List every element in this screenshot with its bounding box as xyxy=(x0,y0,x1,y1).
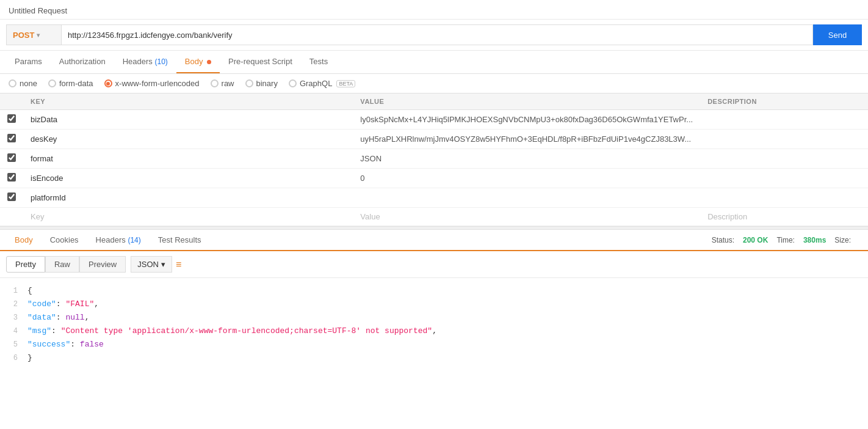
response-meta: Status: 200 OK Time: 380ms Size: xyxy=(712,236,868,244)
row-checkbox-cell[interactable] xyxy=(0,149,23,169)
method-label: POST xyxy=(13,31,34,40)
row-value[interactable]: JSON xyxy=(353,149,700,169)
line-content: "code": "FAIL", xyxy=(27,298,868,311)
tab-tests[interactable]: Tests xyxy=(301,51,336,73)
body-type-raw[interactable]: raw xyxy=(211,79,234,88)
line-number: 5 xyxy=(0,338,27,351)
radio-none xyxy=(9,79,16,87)
row-description[interactable] xyxy=(700,149,868,169)
line-number: 3 xyxy=(0,311,27,324)
url-input[interactable] xyxy=(61,24,813,45)
line-content: "data": null, xyxy=(27,311,868,324)
row-key[interactable]: format xyxy=(23,149,353,169)
body-type-none[interactable]: none xyxy=(9,79,37,88)
headers-badge: (10) xyxy=(154,57,167,66)
row-value[interactable] xyxy=(353,188,700,208)
code-line: 3 "data": null, xyxy=(0,311,868,324)
size-label: Size: xyxy=(834,236,851,244)
body-type-form-data[interactable]: form-data xyxy=(48,79,93,88)
response-code-area: 1{2 "code": "FAIL",3 "data": null,4 "msg… xyxy=(0,278,868,371)
title-bar: Untitled Request xyxy=(0,0,868,20)
col-value-header: VALUE xyxy=(353,94,700,110)
radio-form-data xyxy=(48,79,56,87)
row-checkbox-cell[interactable] xyxy=(0,169,23,188)
url-bar: POST ▾ Send xyxy=(0,20,868,51)
placeholder-key: Key xyxy=(23,208,353,226)
resp-tab-cookies[interactable]: Cookies xyxy=(42,230,87,251)
body-type-binary[interactable]: binary xyxy=(245,79,278,88)
resp-format-preview[interactable]: Preview xyxy=(79,256,126,273)
row-key[interactable]: desKey xyxy=(23,130,353,149)
table-row: desKey uyH5raPLXHRlnw/mjJmv4OSYZ8w5HYFhm… xyxy=(0,130,868,149)
line-content: } xyxy=(27,351,868,365)
status-value: 200 OK xyxy=(743,236,768,244)
time-label: Time: xyxy=(776,236,795,244)
body-type-graphql[interactable]: GraphQL BETA xyxy=(289,79,355,88)
row-description[interactable] xyxy=(700,188,868,208)
placeholder-value: Value xyxy=(353,208,700,226)
row-description[interactable] xyxy=(700,130,868,149)
format-select[interactable]: JSON ▾ xyxy=(131,256,172,273)
table-row: platformId xyxy=(0,188,868,208)
status-label: Status: xyxy=(712,236,734,244)
row-checkbox-cell[interactable] xyxy=(0,110,23,130)
row-key[interactable]: isEncode xyxy=(23,169,353,188)
code-line: 5 "success": false xyxy=(0,338,868,351)
send-button[interactable]: Send xyxy=(813,24,862,45)
request-tabs: Params Authorization Headers (10) Body P… xyxy=(0,51,868,74)
method-select[interactable]: POST ▾ xyxy=(6,24,61,45)
line-number: 6 xyxy=(0,351,27,365)
row-checkbox-cell[interactable] xyxy=(0,188,23,208)
tab-headers[interactable]: Headers (10) xyxy=(114,51,176,73)
row-key[interactable]: platformId xyxy=(23,188,353,208)
row-value[interactable]: uyH5raPLXHRlnw/mjJmv4OSYZ8w5HYFhmO+3EqHD… xyxy=(353,130,700,149)
resp-format-pretty[interactable]: Pretty xyxy=(6,256,45,273)
code-line: 4 "msg": "Content type 'application/x-ww… xyxy=(0,324,868,338)
request-title: Untitled Request xyxy=(9,6,67,15)
line-number: 4 xyxy=(0,324,27,338)
code-line: 6} xyxy=(0,351,868,365)
body-type-selector: none form-data x-www-form-urlencoded raw… xyxy=(0,74,868,94)
code-line: 2 "code": "FAIL", xyxy=(0,298,868,311)
radio-binary xyxy=(245,79,253,87)
tab-body[interactable]: Body xyxy=(176,51,220,73)
table-placeholder-row: Key Value Description xyxy=(0,208,868,226)
col-checkbox xyxy=(0,94,23,110)
radio-graphql xyxy=(289,79,297,87)
line-content: "success": false xyxy=(27,338,868,351)
tab-prerequest[interactable]: Pre-request Script xyxy=(220,51,301,73)
row-value[interactable]: 0 xyxy=(353,169,700,188)
method-chevron-icon: ▾ xyxy=(37,32,40,38)
code-line: 1{ xyxy=(0,284,868,298)
resp-tab-headers[interactable]: Headers (14) xyxy=(87,230,150,251)
table-row: format JSON xyxy=(0,149,868,169)
wrap-icon[interactable]: ≡ xyxy=(176,259,181,270)
table-row: isEncode 0 xyxy=(0,169,868,188)
placeholder-description: Description xyxy=(700,208,868,226)
row-key[interactable]: bizData xyxy=(23,110,353,130)
resp-headers-badge: (14) xyxy=(128,236,140,244)
line-content: { xyxy=(27,284,868,298)
beta-badge: BETA xyxy=(336,80,355,87)
table-row: bizData ly0skSpNcMx+L4YJHiq5lPMKJHOEXSgN… xyxy=(0,110,868,130)
row-checkbox-cell[interactable] xyxy=(0,130,23,149)
row-description[interactable] xyxy=(700,169,868,188)
resp-format-raw[interactable]: Raw xyxy=(45,256,79,273)
radio-raw xyxy=(211,79,219,87)
body-type-urlencoded[interactable]: x-www-form-urlencoded xyxy=(104,79,200,88)
response-body-format-bar: Pretty Raw Preview JSON ▾ ≡ xyxy=(0,251,868,278)
body-active-dot xyxy=(207,60,211,64)
tab-authorization[interactable]: Authorization xyxy=(51,51,114,73)
response-tabs: Body Cookies Headers (14) Test Results xyxy=(0,230,216,250)
row-value[interactable]: ly0skSpNcMx+L4YJHiq5lPMKJHOEXSgNVbCNMpU3… xyxy=(353,110,700,130)
resp-tab-test-results[interactable]: Test Results xyxy=(150,230,210,251)
line-number: 1 xyxy=(0,284,27,298)
kv-table: KEY VALUE DESCRIPTION bizData ly0skSpNcM… xyxy=(0,94,868,226)
row-description[interactable] xyxy=(700,110,868,130)
line-content: "msg": "Content type 'application/x-www-… xyxy=(27,324,868,338)
radio-urlencoded xyxy=(104,79,112,87)
line-number: 2 xyxy=(0,298,27,311)
col-key-header: KEY xyxy=(23,94,353,110)
resp-tab-body[interactable]: Body xyxy=(6,230,42,251)
tab-params[interactable]: Params xyxy=(6,51,51,73)
